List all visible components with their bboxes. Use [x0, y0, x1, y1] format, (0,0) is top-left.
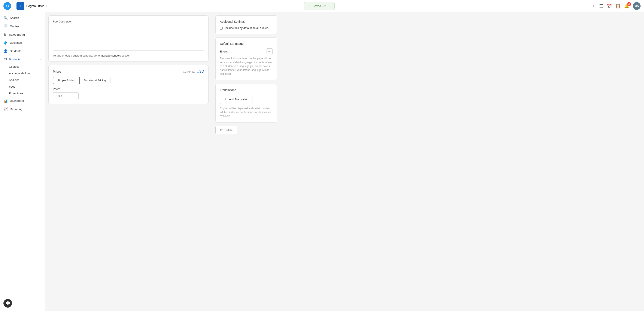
submenu-item-addons[interactable]: Add-ons: [9, 77, 45, 83]
submenu-item-promotions[interactable]: Promotions: [9, 90, 45, 97]
add-translation-button[interactable]: ＋ Add Translation: [220, 95, 252, 104]
app-layout: 🔍 Search › 📄 Quotes 🖥 Sales (Beta) 🧳 Boo…: [0, 0, 644, 311]
sidebar-item-bookings[interactable]: 🧳 Bookings ›: [0, 39, 45, 47]
edit-language-button[interactable]: ✏: [266, 48, 272, 54]
sidebar-item-label: Sales (Beta): [9, 33, 41, 36]
sidebar-item-label: Quotes: [10, 25, 41, 28]
products-submenu: Courses Accommodations Add-ons Fees Prom…: [0, 63, 45, 97]
price-label: Price*: [53, 87, 204, 91]
add-button[interactable]: ＋: [592, 3, 596, 9]
default-language-title: Default Language: [220, 42, 272, 45]
default-language-card: Default Language English ✏ The descripti…: [216, 38, 277, 80]
delete-section: 🗑 Delete: [216, 126, 277, 134]
checkbox-label: Include this by default on all quotes.: [225, 26, 269, 30]
translations-card: Translations ＋ Add Translation English w…: [216, 84, 277, 123]
fee-description-textarea[interactable]: [53, 25, 204, 51]
translation-note: English will be displayed and certain co…: [220, 106, 272, 118]
sidebar-item-label: Dashboard: [10, 99, 41, 102]
sales-icon: 🖥: [4, 33, 7, 37]
students-icon: 👤: [4, 49, 8, 53]
search-icon: 🔍: [4, 16, 8, 20]
calendar-button[interactable]: 📅: [606, 4, 612, 9]
language-description: The descriptions entered on this page wi…: [220, 57, 272, 76]
submenu-item-courses[interactable]: Courses: [9, 63, 45, 70]
sidebar: 🔍 Search › 📄 Quotes 🖥 Sales (Beta) 🧳 Boo…: [0, 12, 45, 311]
price-input[interactable]: [53, 92, 78, 99]
saved-label: Saved: [312, 4, 321, 8]
sidebar-item-quotes[interactable]: 📄 Quotes: [0, 22, 45, 31]
notification-badge: 26: [627, 2, 631, 6]
main-content: Fee Description To add or edit a custom …: [45, 12, 644, 311]
add-translation-label: Add Translation: [229, 98, 248, 101]
additional-settings-title: Additional Settings: [220, 20, 272, 23]
user-avatar[interactable]: MA: [633, 2, 640, 10]
checkbox-row: Include this by default on all quotes.: [220, 26, 272, 30]
submenu-item-accommodations[interactable]: Accommodations: [9, 70, 45, 77]
office-selector[interactable]: Bogotá Office ▾: [26, 4, 47, 8]
reporting-icon: 📈: [4, 107, 8, 111]
fee-description-label: Fee Description: [53, 20, 204, 23]
menu-button[interactable]: ☰: [599, 4, 603, 9]
bookings-icon: 🧳: [4, 41, 8, 45]
chevron-right-icon: ›: [41, 42, 41, 44]
sidebar-item-label: Reporting: [10, 108, 38, 111]
plus-icon: ＋: [224, 97, 227, 102]
currency-row: Currency: USD: [183, 70, 204, 74]
notifications-button[interactable]: 🔔 26: [624, 4, 630, 9]
fee-description-card: Fee Description To add or edit a custom …: [48, 16, 208, 62]
sidebar-item-sales[interactable]: 🖥 Sales (Beta): [0, 31, 45, 39]
dashboard-icon: 📊: [4, 99, 8, 103]
sidebar-item-students[interactable]: 👤 Students: [0, 47, 45, 55]
content-area: Fee Description To add or edit a custom …: [45, 12, 212, 311]
manage-schools-link[interactable]: Manage schools: [100, 54, 121, 57]
currency-value: USD: [197, 70, 204, 73]
language-value: English: [220, 50, 229, 53]
right-panel: Additional Settings Include this by defa…: [212, 12, 280, 311]
additional-settings-card: Additional Settings Include this by defa…: [216, 16, 277, 34]
topnav-center: Saved ☞: [47, 2, 592, 10]
brand-logo: E: [16, 2, 24, 10]
sidebar-item-reporting[interactable]: 📈 Reporting ›: [0, 105, 45, 113]
sidebar-item-label: Students: [10, 50, 41, 53]
pricing-tabs: Simple Pricing Durational Pricing: [53, 77, 204, 84]
language-row: English ✏: [220, 48, 272, 54]
top-navigation: ⊙ E Bogotá Office ▾ Saved ☞ ＋ ☰ 📅 📋 🔔 26…: [0, 0, 644, 12]
chevron-down-icon: ∨: [40, 58, 41, 61]
durational-pricing-tab[interactable]: Durational Pricing: [80, 77, 110, 84]
sidebar-item-label: Bookings: [10, 41, 38, 44]
sidebar-item-search[interactable]: 🔍 Search ›: [0, 14, 45, 22]
topnav-right-actions: ＋ ☰ 📅 📋 🔔 26 MA: [592, 2, 640, 10]
chevron-right-icon: ›: [41, 108, 41, 110]
nav-divider: [14, 3, 14, 9]
chat-icon: 💬: [5, 301, 10, 306]
currency-label: Currency:: [183, 70, 195, 73]
clipboard-button[interactable]: 📋: [615, 4, 621, 9]
prices-header: Prices Currency: USD: [53, 70, 204, 74]
office-name: Bogotá Office: [26, 4, 44, 8]
app-logo: ⊙: [4, 2, 11, 10]
cursor-icon: ☞: [323, 4, 326, 8]
saved-toast: Saved ☞: [304, 2, 335, 10]
submenu-item-fees[interactable]: Fees: [9, 83, 45, 90]
chat-bubble[interactable]: 💬: [4, 299, 12, 307]
sidebar-item-label: Search: [10, 16, 38, 20]
prices-title: Prices: [53, 70, 61, 73]
translations-title: Translations: [220, 88, 272, 92]
delete-label: Delete: [224, 129, 233, 132]
quotes-icon: 📄: [4, 24, 8, 28]
default-quotes-checkbox[interactable]: [220, 27, 223, 30]
simple-pricing-tab[interactable]: Simple Pricing: [53, 77, 80, 84]
sidebar-item-label: Products: [9, 58, 38, 61]
trash-icon: 🗑: [220, 128, 223, 132]
sidebar-item-dashboard[interactable]: 📊 Dashboard: [0, 97, 45, 105]
chevron-right-icon: ›: [41, 17, 41, 19]
manage-schools-text: To add or edit a custom schools, go to M…: [53, 54, 204, 57]
sidebar-item-products[interactable]: 🏷 Products ∨: [0, 55, 45, 63]
products-icon: 🏷: [4, 57, 7, 61]
prices-card: Prices Currency: USD Simple Pricing Dura…: [48, 65, 208, 104]
delete-button[interactable]: 🗑 Delete: [216, 126, 237, 134]
